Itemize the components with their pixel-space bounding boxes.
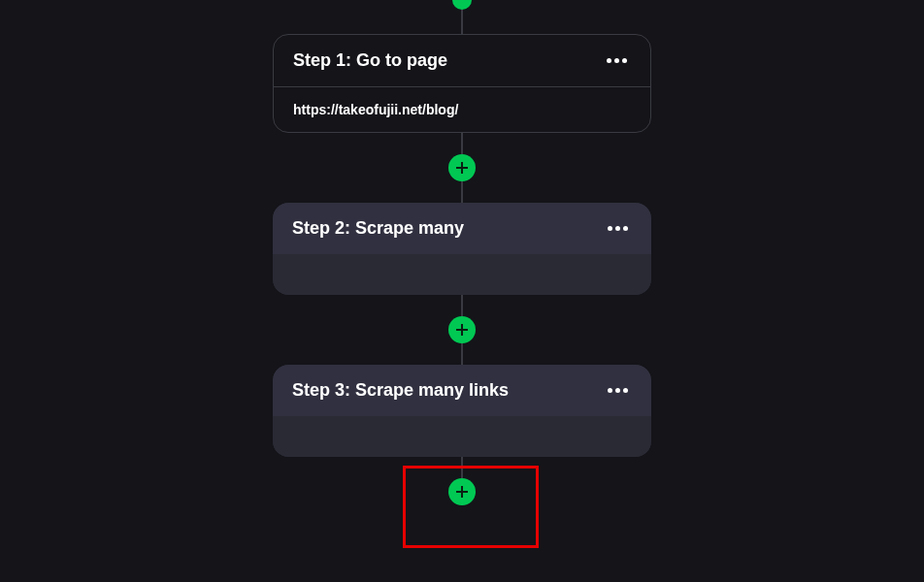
connector-line xyxy=(461,457,463,478)
connector-line xyxy=(461,343,463,365)
more-button-1[interactable] xyxy=(603,54,631,67)
step-body-1: https://takeofujii.net/blog/ xyxy=(274,86,650,132)
connector-line xyxy=(461,10,463,34)
start-node xyxy=(452,0,472,10)
more-dots-icon xyxy=(607,58,611,63)
more-dots-icon xyxy=(608,388,612,393)
more-dots-icon xyxy=(614,58,619,63)
workflow-container: Step 1: Go to page https://takeofujii.ne… xyxy=(0,0,924,505)
more-dots-icon xyxy=(622,58,627,63)
step-body-2 xyxy=(273,254,651,295)
step-header-1: Step 1: Go to page xyxy=(274,35,650,86)
connector-line xyxy=(461,133,463,154)
connector-line xyxy=(461,295,463,316)
more-dots-icon xyxy=(615,226,620,231)
step-title-2: Step 2: Scrape many xyxy=(292,218,464,239)
connector-section-1 xyxy=(448,133,476,203)
more-dots-icon xyxy=(623,226,628,231)
more-dots-icon xyxy=(623,388,628,393)
step-header-2: Step 2: Scrape many xyxy=(273,203,651,254)
step-card-1[interactable]: Step 1: Go to page https://takeofujii.ne… xyxy=(273,34,651,133)
connector-section-2 xyxy=(448,295,476,365)
step-card-3[interactable]: Step 3: Scrape many links xyxy=(273,365,651,457)
step-url-1: https://takeofujii.net/blog/ xyxy=(293,102,458,117)
connector-section-3 xyxy=(448,457,476,505)
add-step-button-1[interactable] xyxy=(448,154,476,181)
add-step-button-3[interactable] xyxy=(448,478,476,505)
step-card-2[interactable]: Step 2: Scrape many xyxy=(273,203,651,295)
step-title-1: Step 1: Go to page xyxy=(293,50,447,71)
more-dots-icon xyxy=(615,388,620,393)
more-button-2[interactable] xyxy=(604,222,632,235)
step-body-3 xyxy=(273,416,651,457)
connector-line xyxy=(461,181,463,203)
more-button-3[interactable] xyxy=(604,384,632,397)
step-title-3: Step 3: Scrape many links xyxy=(292,380,509,401)
step-header-3: Step 3: Scrape many links xyxy=(273,365,651,416)
add-step-button-2[interactable] xyxy=(448,316,476,343)
more-dots-icon xyxy=(608,226,612,231)
